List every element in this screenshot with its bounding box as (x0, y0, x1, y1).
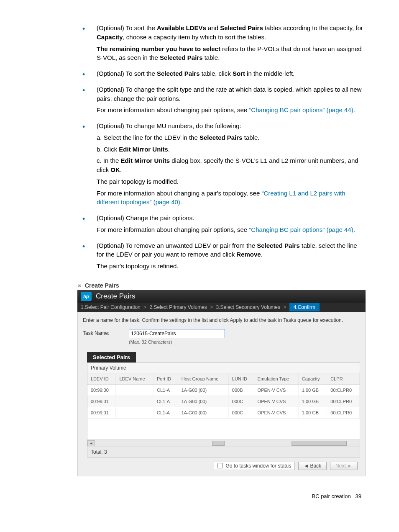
text: . (353, 106, 355, 113)
dialog-titlebar: hp Create Pairs (77, 290, 366, 303)
text: . (261, 251, 263, 258)
back-button[interactable]: ◄ Back (298, 462, 327, 470)
table-subheader: Primary Volume (87, 363, 360, 373)
text: table. (202, 54, 220, 61)
link-changing-bc-pair-options[interactable]: “Changing BC pair options” (page 44) (249, 106, 353, 113)
table-cell: 1A-G00 (00) (178, 396, 228, 407)
bullet-item: (Optional) To change the split type and … (77, 85, 366, 115)
text: and (206, 24, 220, 31)
text: Edit Mirror Units (119, 146, 168, 153)
col-header[interactable]: Host Group Name (178, 373, 228, 385)
table-cell: 1.00 GB (298, 407, 327, 418)
footer-page-number: 39 (356, 493, 361, 499)
table-cell: 1.00 GB (298, 384, 327, 396)
text: . (120, 166, 122, 173)
table-row[interactable]: 00:99:01CL1-A1A-G00 (00)000COPEN-V CVS1.… (87, 396, 360, 407)
bullet-item: (Optional) To sort the Selected Pairs ta… (77, 69, 366, 78)
checkbox-label: Go to tasks window for status (225, 463, 291, 469)
text: Edit Mirror Units (121, 157, 170, 164)
go-to-tasks-checkbox[interactable]: Go to tasks window for status (214, 462, 295, 470)
text: (Optional) Change the pair options. (97, 213, 366, 223)
text: Selected Pairs (157, 70, 200, 77)
table-cell: 000B (228, 384, 254, 396)
table-cell: 00:CLPR0 (327, 396, 360, 407)
dialog-body: Enter a name for the task. Confirm the s… (77, 312, 366, 476)
checkbox-input[interactable] (217, 463, 223, 468)
text: . (168, 146, 170, 153)
table-cell: 000C (228, 407, 254, 418)
table-cell: OPEN-V CVS (254, 396, 298, 407)
table-cell: 1A-G00 (00) (178, 384, 228, 396)
text: in the middle-left. (245, 70, 294, 77)
scroll-thumb[interactable] (292, 441, 347, 446)
panel-collapse-title: Create Pairs (85, 282, 119, 289)
wizard-step: 3.Select Secondary Volumes (216, 304, 280, 310)
text: Selected Pairs (200, 134, 243, 141)
text: b. Click (97, 146, 119, 153)
selected-pairs-table: Primary Volume LDEV ID LDEV Name Port ID… (87, 362, 360, 457)
next-button[interactable]: Next ► (330, 462, 358, 470)
collapse-icon: ≍ (77, 283, 82, 288)
text: Available LDEVs (157, 24, 206, 31)
text: (Optional) To change the split type and … (97, 85, 366, 103)
chevron-right-icon: > (210, 304, 213, 310)
table-cell: 00:99:01 (87, 407, 116, 418)
doc-body: (Optional) To sort the Available LDEVs a… (21, 23, 378, 271)
text: (Optional) To sort the (97, 70, 157, 77)
wizard-step: 1.Select Pair Configuration (81, 304, 141, 310)
dialog-footer: Go to tasks window for status ◄ Back Nex… (83, 457, 360, 471)
wizard-steps: 1.Select Pair Configuration > 2.Select P… (77, 303, 366, 312)
text: . (353, 226, 355, 233)
text: table. (243, 134, 260, 141)
chevron-right-icon: > (283, 304, 286, 310)
bullet-item: (Optional) Change the pair options. For … (77, 213, 366, 234)
scroll-left-icon[interactable]: ◄ (87, 440, 95, 446)
table-cell: CL1-A (153, 396, 178, 407)
text: Sort (233, 70, 245, 77)
col-header[interactable]: CLPR (327, 373, 360, 385)
table-cell (116, 384, 153, 396)
text: (Optional) To remove an unwanted LDEV or… (97, 242, 257, 249)
table-cell: CL1-A (153, 407, 178, 418)
table-cell: 00:CLPR0 (327, 407, 360, 418)
text: For more information about changing a pa… (97, 190, 261, 197)
table-row[interactable]: 00:99:00CL1-A1A-G00 (00)000BOPEN-V CVS1.… (87, 384, 360, 396)
col-header[interactable]: Emulation Type (254, 373, 298, 385)
text: tables according to the capacity, for (263, 24, 363, 31)
text: The remaining number you have to select (97, 45, 220, 52)
task-name-input[interactable] (129, 329, 225, 338)
bullet-item: (Optional) To sort the Available LDEVs a… (77, 23, 366, 62)
table-cell: 1A-G00 (00) (178, 407, 228, 418)
table-row[interactable]: 00:99:01CL1-A1A-G00 (00)000COPEN-V CVS1.… (87, 407, 360, 418)
horizontal-scrollbar[interactable]: ◄ (87, 439, 360, 447)
bullet-item: (Optional) To remove an unwanted LDEV or… (77, 241, 366, 271)
text: Selected Pairs (257, 242, 300, 249)
table-cell: 000C (228, 396, 254, 407)
col-header[interactable]: LUN ID (228, 373, 254, 385)
col-header[interactable]: Capacity (298, 373, 327, 385)
wizard-step-active: 4.Confirm (289, 303, 320, 311)
col-header[interactable]: LDEV Name (116, 373, 153, 385)
text: table, click (200, 70, 233, 77)
dialog-title: Create Pairs (96, 292, 135, 301)
scroll-thumb[interactable] (212, 441, 225, 446)
col-header[interactable]: Port ID (153, 373, 178, 385)
tab-selected-pairs[interactable]: Selected Pairs (87, 352, 136, 362)
table-total: Total: 3 (87, 447, 360, 457)
bullet-list: (Optional) To sort the Available LDEVs a… (77, 23, 366, 271)
table-cell: 00:99:01 (87, 396, 116, 407)
panel-collapse-header[interactable]: ≍ Create Pairs (77, 281, 366, 290)
text: Selected Pairs (220, 24, 263, 31)
text: Selected Pairs (160, 54, 203, 61)
text: OK (110, 166, 120, 173)
bullet-item: (Optional) To change MU numbers, do the … (77, 121, 366, 207)
task-name-hint: (Max. 32 Characters) (129, 339, 225, 344)
text: a. Select the line for the LDEV in the (97, 134, 200, 141)
text: , choose a capacity item by which to sor… (123, 33, 266, 41)
text: (Optional) To change MU numbers, do the … (97, 121, 366, 131)
text: The pair's topology is refined. (97, 262, 366, 271)
hp-logo-icon: hp (81, 292, 92, 301)
link-changing-bc-pair-options-2[interactable]: “Changing BC pair options” (page 44) (249, 226, 353, 233)
text: For more information about changing pair… (97, 106, 249, 113)
col-header[interactable]: LDEV ID (87, 373, 116, 385)
